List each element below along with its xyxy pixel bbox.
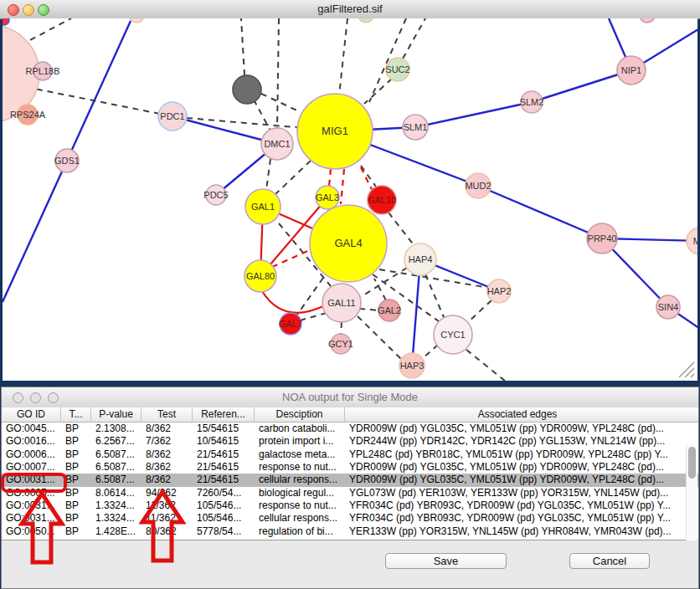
network-edge xyxy=(425,274,444,317)
table-cell: GO:0031... xyxy=(2,499,61,512)
column-header-test[interactable]: Test xyxy=(142,407,193,422)
network-edge xyxy=(532,70,631,102)
table-row[interactable]: GO:0007...BP6.5087...8/36221/54615respon… xyxy=(2,461,698,474)
table-cell: 8.0614... xyxy=(91,487,142,499)
network-edge xyxy=(341,169,344,204)
network-edge xyxy=(262,291,323,313)
network-edge xyxy=(379,269,489,288)
results-table-header: GO IDT...P-valueTestReferen...Desciption… xyxy=(2,407,698,423)
network-canvas[interactable]: RPL18BRPS24AGDS1PDC1DMC1MIG1SUC2SLM1SLM2… xyxy=(3,18,697,381)
table-row[interactable]: GO:0065...BP8.0614...94/3627260/54...bio… xyxy=(2,487,698,499)
table-cell: 8/362 xyxy=(142,474,193,486)
table-row[interactable]: GO:0031...BP1.3324...11/362105/546...res… xyxy=(2,499,698,512)
table-cell: YPL248C (pd) YBR018C, YML051W (pp) YDR00… xyxy=(345,448,690,461)
node-label: PDC1 xyxy=(160,111,184,121)
network-edge xyxy=(358,316,403,361)
node-label: NIP1 xyxy=(621,65,641,75)
table-cell: GO:0007... xyxy=(2,461,61,474)
network-node[interactable] xyxy=(3,18,9,25)
table-cell: GO:0016... xyxy=(2,435,61,448)
table-cell: protein import i... xyxy=(255,435,345,448)
save-button[interactable]: Save xyxy=(385,553,507,569)
table-cell: 15/54615 xyxy=(193,423,255,435)
table-row[interactable]: GO:0006...BP6.5087...8/36221/54615galact… xyxy=(2,448,698,461)
network-edge xyxy=(478,186,602,238)
network-edge xyxy=(466,350,510,381)
table-cell: BP xyxy=(61,423,91,435)
node-label: GAL10 xyxy=(368,195,396,205)
network-edge xyxy=(261,94,301,112)
scrollbar-thumb[interactable] xyxy=(688,447,696,479)
network-window-title: galFiltered.sif xyxy=(0,3,700,15)
table-cell: galactose meta... xyxy=(255,448,345,461)
table-cell: response to nut... xyxy=(255,499,345,512)
network-edge xyxy=(415,102,532,127)
table-cell: regulation of bi... xyxy=(255,525,345,538)
table-cell: 7260/54... xyxy=(193,487,255,499)
table-cell: cellular respons... xyxy=(255,474,345,486)
node-label: MS xyxy=(693,236,697,246)
table-cell: GO:0006... xyxy=(2,448,61,461)
table-cell: 10/54615 xyxy=(193,435,255,448)
table-cell: 21/54615 xyxy=(193,474,255,486)
network-edge xyxy=(468,300,492,322)
column-header-associated-edges[interactable]: Associated edges xyxy=(345,407,690,422)
table-cell: 21/54615 xyxy=(193,448,255,461)
node-label: GAL3 xyxy=(316,192,339,202)
table-cell: 105/546... xyxy=(193,499,255,512)
table-row[interactable]: GO:0031...BP1.3324...11/362105/546...cel… xyxy=(2,512,698,525)
network-edge xyxy=(361,166,376,187)
table-cell: carbon cataboli... xyxy=(255,423,345,435)
column-header-p-value[interactable]: P-value xyxy=(91,407,142,422)
network-node[interactable] xyxy=(640,18,655,23)
table-cell: 1.3324... xyxy=(91,512,142,525)
network-node[interactable] xyxy=(233,75,261,104)
node-label: GAL4 xyxy=(334,237,362,249)
table-cell: BP xyxy=(61,525,91,538)
table-cell: YDR244W (pp) YDR142C, YDR142C (pp) YGL15… xyxy=(345,435,690,448)
column-header-t-[interactable]: T... xyxy=(61,407,91,422)
table-cell: 80/362 xyxy=(142,525,193,538)
screen: galFiltered.sif RPL18BRPS24AGDS1PDC1DMC1… xyxy=(0,0,700,589)
table-cell: 1.3324... xyxy=(91,499,142,512)
table-row[interactable]: GO:0016...BP6.2567...7/36210/54615protei… xyxy=(2,435,698,448)
results-table-body: GO:0045...BP2.1308...8/36215/54615carbon… xyxy=(2,423,698,540)
table-cell: biological regul... xyxy=(255,487,345,499)
network-edge xyxy=(187,118,304,128)
column-header-go-id[interactable]: GO ID xyxy=(2,407,61,422)
table-cell: 8/362 xyxy=(142,423,193,435)
network-edge xyxy=(266,159,270,190)
table-row[interactable]: GO:0050...BP1.428E...80/3625778/54...reg… xyxy=(2,525,698,538)
table-cell: 1.428E... xyxy=(91,525,142,538)
network-edge xyxy=(241,18,244,75)
network-window: galFiltered.sif RPL18BRPS24AGDS1PDC1DMC1… xyxy=(0,0,700,382)
node-label: RPL18B xyxy=(26,66,60,76)
table-row[interactable]: GO:0031...BP6.5087...8/36221/54615cellul… xyxy=(2,474,698,486)
network-node[interactable] xyxy=(358,18,373,23)
cancel-button[interactable]: Cancel xyxy=(569,553,650,569)
network-window-titlebar[interactable]: galFiltered.sif xyxy=(0,0,700,19)
node-label: GDS1 xyxy=(54,156,80,166)
network-edge xyxy=(389,213,414,246)
column-header-referen-[interactable]: Referen... xyxy=(193,407,255,422)
node-label: HAP2 xyxy=(487,286,512,296)
node-label: MIG1 xyxy=(322,125,348,137)
noa-window-titlebar[interactable]: NOA output for Single Mode xyxy=(2,387,698,408)
table-cell: 11/362 xyxy=(142,499,193,512)
table-cell: response to nut... xyxy=(255,461,345,474)
column-header-desciption[interactable]: Desciption xyxy=(255,407,345,422)
network-graph[interactable]: RPL18BRPS24AGDS1PDC1DMC1MIG1SUC2SLM1SLM2… xyxy=(3,18,697,381)
table-cell: 2.1308... xyxy=(91,423,142,435)
button-bar: Save Cancel xyxy=(2,540,698,588)
table-row[interactable]: GO:0045...BP2.1308...8/36215/54615carbon… xyxy=(2,423,698,435)
table-cell: GO:0031... xyxy=(2,474,61,486)
network-edge xyxy=(277,18,279,129)
table-cell: 6.5087... xyxy=(91,474,142,486)
node-label: RPS24A xyxy=(10,110,46,120)
node-label: PDC5 xyxy=(203,190,228,200)
node-label: HAP3 xyxy=(400,361,425,371)
network-edge xyxy=(422,345,438,359)
table-cell: GO:0050... xyxy=(2,525,61,538)
window-resize-grip[interactable] xyxy=(677,361,696,379)
network-edge xyxy=(272,249,311,267)
